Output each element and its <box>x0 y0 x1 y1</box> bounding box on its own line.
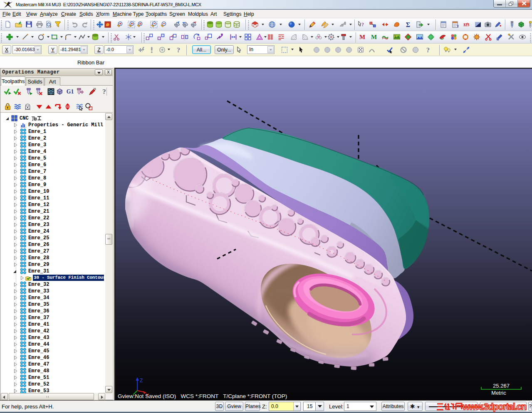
svg-text:?: ? <box>426 47 430 54</box>
svg-text:Metric: Metric <box>491 390 506 396</box>
svg-text:?: ? <box>102 88 106 96</box>
svg-text:T: T <box>457 24 459 28</box>
svg-text:Gview:Not Saved (ISO) WCS *:: Gview:Not Saved (ISO) WCS *:FRONT T/Cpla… <box>118 393 287 399</box>
svg-text:M: M <box>371 34 377 40</box>
svg-text:M: M <box>359 34 365 40</box>
svg-text:Σ: Σ <box>406 21 410 28</box>
svg-text:Z: Z <box>140 378 143 384</box>
svg-text:?: ? <box>361 22 364 27</box>
svg-text:?: ? <box>177 47 180 54</box>
svg-text:G1: G1 <box>67 88 74 95</box>
svg-text:25.267: 25.267 <box>493 383 510 389</box>
svg-text:123: 123 <box>463 22 470 27</box>
